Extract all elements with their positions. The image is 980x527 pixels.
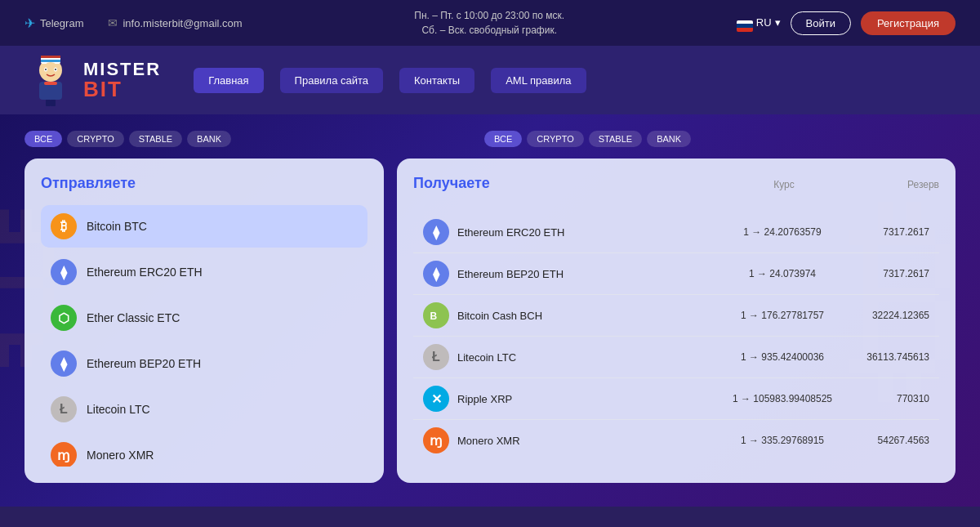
flag-ru-icon bbox=[737, 14, 753, 31]
send-item-ltc[interactable]: Ł Litecoin LTC bbox=[41, 388, 368, 431]
receive-eth-erc20-icon: ⧫ bbox=[423, 219, 449, 245]
hours-line2: Сб. – Вск. свободный график. bbox=[414, 23, 564, 38]
eth-erc20-icon: ⧫ bbox=[51, 259, 77, 285]
email-address: info.misterbit@gmail.com bbox=[122, 17, 242, 29]
filter-left-bank[interactable]: BANK bbox=[187, 131, 231, 147]
svg-rect-2 bbox=[41, 56, 60, 58]
send-item-btc-label: Bitcoin BTC bbox=[87, 220, 147, 233]
exchange-panels: Отправляете ₿ Bitcoin BTC ⧫ Ethereum ERC… bbox=[24, 159, 956, 483]
send-list: ₿ Bitcoin BTC ⧫ Ethereum ERC20 ETH ⬡ Eth… bbox=[41, 205, 368, 467]
svg-rect-11 bbox=[46, 100, 51, 106]
filter-right-stable[interactable]: STABLE bbox=[589, 131, 642, 147]
eth-bep20-icon: ⧫ bbox=[51, 351, 77, 377]
receive-bch-name: B Bitcoin Cash BCH bbox=[423, 302, 717, 328]
svg-rect-10 bbox=[44, 82, 57, 85]
receive-eth-bep20-rate: 1 → 24.073974 bbox=[725, 268, 840, 279]
receive-xrp-name: ✕ Ripple XRP bbox=[423, 386, 717, 412]
receive-ltc-label: Litecoin LTC bbox=[457, 351, 516, 364]
receive-xrp-reserve: 770310 bbox=[848, 393, 929, 404]
send-item-etc-label: Ether Classic ETC bbox=[87, 311, 180, 324]
register-button[interactable]: Регистрация bbox=[861, 11, 956, 35]
language-selector[interactable]: RU ▾ bbox=[737, 14, 781, 31]
receive-xrp-rate: 1 → 105983.99408525 bbox=[725, 393, 840, 404]
receive-eth-bep20-label: Ethereum BEP20 ETH bbox=[457, 268, 564, 280]
receive-xmr-name: ɱ Monero XMR bbox=[423, 427, 717, 453]
receive-xrp-icon: ✕ bbox=[423, 386, 449, 412]
working-hours: Пн. – Пт. с 10:00 до 23:00 по мск. Сб. –… bbox=[414, 8, 564, 38]
receive-item-ltc[interactable]: Ł Litecoin LTC 1 → 935.42400036 36113.74… bbox=[413, 337, 939, 378]
send-item-xmr-label: Monero XMR bbox=[87, 449, 154, 462]
logo-mister: MISTER bbox=[83, 60, 161, 78]
filter-group-left: ВСЕ CRYPTO STABLE BANK bbox=[24, 131, 231, 147]
email-contact[interactable]: ✉ info.misterbit@gmail.com bbox=[108, 16, 242, 29]
svg-rect-3 bbox=[41, 60, 60, 62]
filter-left-crypto[interactable]: CRYPTO bbox=[67, 131, 123, 147]
chevron-down-icon: ▾ bbox=[775, 16, 781, 29]
receive-eth-bep20-reserve: 7317.2617 bbox=[848, 268, 929, 279]
receive-eth-erc20-label: Ethereum ERC20 ETH bbox=[457, 226, 565, 239]
receive-ltc-name: Ł Litecoin LTC bbox=[423, 344, 717, 370]
receive-item-xrp[interactable]: ✕ Ripple XRP 1 → 105983.99408525 770310 bbox=[413, 378, 939, 420]
svg-text:B: B bbox=[430, 310, 438, 322]
filter-left-all[interactable]: ВСЕ bbox=[24, 131, 62, 147]
telegram-icon: ✈ bbox=[24, 16, 35, 31]
nav-home[interactable]: Главная bbox=[194, 68, 263, 93]
send-panel: Отправляете ₿ Bitcoin BTC ⧫ Ethereum ERC… bbox=[24, 159, 384, 483]
logo-mascot-icon bbox=[24, 54, 77, 106]
receive-eth-erc20-rate: 1 → 24.20763579 bbox=[725, 226, 840, 238]
send-item-eth-bep20-label: Ethereum BEP20 ETH bbox=[87, 357, 201, 370]
btc-icon: ₿ bbox=[51, 213, 77, 239]
receive-xrp-label: Ripple XRP bbox=[457, 393, 512, 405]
nav-aml[interactable]: AML правила bbox=[491, 68, 586, 93]
receive-item-xmr[interactable]: ɱ Monero XMR 1 → 335.29768915 54267.4563 bbox=[413, 420, 939, 461]
filter-right-all[interactable]: ВСЕ bbox=[484, 131, 522, 147]
login-button[interactable]: Войти bbox=[791, 11, 851, 35]
receive-list: ⧫ Ethereum ERC20 ETH 1 → 24.20763579 731… bbox=[413, 212, 939, 461]
topbar: ✈ Telegram ✉ info.misterbit@gmail.com Пн… bbox=[0, 0, 980, 46]
send-item-btc[interactable]: ₿ Bitcoin BTC bbox=[41, 205, 368, 248]
send-item-xmr[interactable]: ɱ Monero XMR bbox=[41, 434, 368, 467]
receive-eth-erc20-reserve: 7317.2617 bbox=[848, 226, 929, 238]
header-nav: MISTER BIT Главная Правила сайта Контакт… bbox=[0, 46, 980, 114]
col-reserve-header: Резерв bbox=[858, 179, 939, 190]
nav-rules[interactable]: Правила сайта bbox=[280, 68, 383, 93]
ltc-icon: Ł bbox=[51, 396, 77, 422]
filter-row: ВСЕ CRYPTO STABLE BANK ВСЕ CRYPTO STABLE… bbox=[24, 131, 956, 147]
lang-label: RU bbox=[756, 16, 772, 29]
telegram-contact[interactable]: ✈ Telegram bbox=[24, 16, 83, 31]
svg-rect-12 bbox=[51, 100, 56, 106]
receive-item-eth-bep20[interactable]: ⧫ Ethereum BEP20 ETH 1 → 24.073974 7317.… bbox=[413, 253, 939, 295]
filter-group-right: ВСЕ CRYPTO STABLE BANK bbox=[484, 131, 691, 147]
receive-bch-icon: B bbox=[423, 302, 449, 328]
receive-item-bch[interactable]: B Bitcoin Cash BCH 1 → 176.27781757 3222… bbox=[413, 295, 939, 337]
email-icon: ✉ bbox=[108, 16, 118, 29]
filter-right-bank[interactable]: BANK bbox=[647, 131, 691, 147]
nav-contacts[interactable]: Контакты bbox=[399, 68, 474, 93]
receive-item-eth-erc20[interactable]: ⧫ Ethereum ERC20 ETH 1 → 24.20763579 731… bbox=[413, 212, 939, 253]
receive-bch-rate: 1 → 176.27781757 bbox=[725, 310, 840, 321]
logo[interactable]: MISTER BIT bbox=[24, 54, 161, 106]
etc-icon: ⬡ bbox=[51, 305, 77, 331]
send-item-eth-erc20[interactable]: ⧫ Ethereum ERC20 ETH bbox=[41, 251, 368, 293]
receive-xmr-rate: 1 → 335.29768915 bbox=[725, 435, 840, 446]
receive-eth-bep20-name: ⧫ Ethereum BEP20 ETH bbox=[423, 261, 717, 287]
topbar-right: RU ▾ Войти Регистрация bbox=[737, 11, 956, 35]
receive-xmr-label: Monero XMR bbox=[457, 435, 520, 447]
send-item-etc[interactable]: ⬡ Ether Classic ETC bbox=[41, 297, 368, 339]
svg-point-8 bbox=[55, 69, 56, 70]
receive-panel: Получаете Курс Резерв ⧫ Ethereum ERC20 E… bbox=[397, 159, 956, 483]
receive-xmr-reserve: 54267.4563 bbox=[848, 435, 929, 446]
col-rate-header: Курс bbox=[727, 179, 841, 190]
filter-left-stable[interactable]: STABLE bbox=[129, 131, 182, 147]
receive-xmr-icon: ɱ bbox=[423, 427, 449, 453]
telegram-label: Telegram bbox=[40, 17, 83, 29]
main-content: ₿ ₿ ВСЕ CRYPTO STABLE BANK ВСЕ CRYPTO ST… bbox=[0, 114, 980, 507]
filter-right-crypto[interactable]: CRYPTO bbox=[527, 131, 583, 147]
send-item-eth-erc20-label: Ethereum ERC20 ETH bbox=[87, 266, 203, 279]
send-item-eth-bep20[interactable]: ⧫ Ethereum BEP20 ETH bbox=[41, 342, 368, 385]
receive-ltc-icon: Ł bbox=[423, 344, 449, 370]
receive-panel-title: Получаете bbox=[413, 175, 490, 192]
receive-bch-label: Bitcoin Cash BCH bbox=[457, 310, 542, 322]
send-item-ltc-label: Litecoin LTC bbox=[87, 403, 150, 416]
receive-eth-bep20-icon: ⧫ bbox=[423, 261, 449, 287]
